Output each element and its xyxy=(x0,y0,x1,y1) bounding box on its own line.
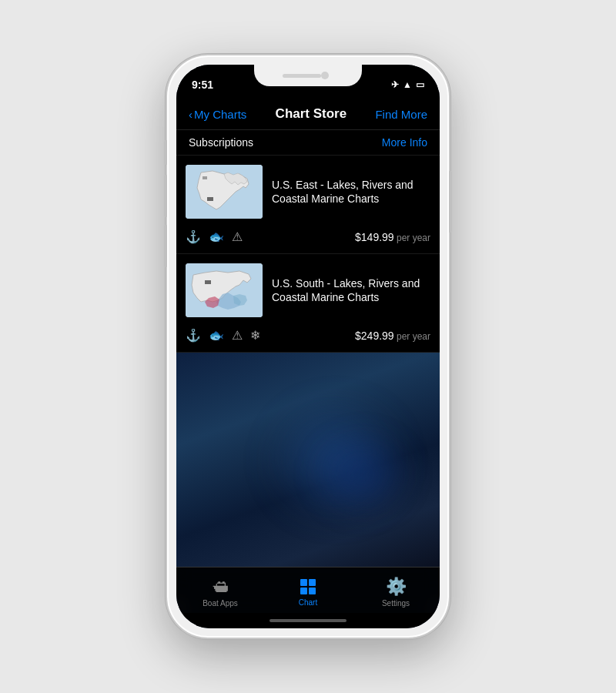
main-content xyxy=(176,353,440,567)
boat-apps-label: Boat Apps xyxy=(203,599,238,608)
more-info-button[interactable]: More Info xyxy=(382,136,427,149)
chart-thumbnail-us-south xyxy=(186,263,263,317)
bg-blob-2 xyxy=(309,428,417,521)
status-time: 9:51 xyxy=(192,79,213,91)
chart-tab-label: Chart xyxy=(299,598,317,607)
fish-icon: 🐟 xyxy=(209,229,224,244)
tab-chart[interactable]: Chart xyxy=(264,578,352,607)
camera xyxy=(321,72,329,79)
power-button xyxy=(449,171,452,233)
snowflake-icon: ❄ xyxy=(250,328,260,343)
svg-rect-7 xyxy=(300,588,307,594)
chart-info-us-east: U.S. East - Lakes, Rivers and Coastal Ma… xyxy=(272,165,430,219)
warning-icon-2: ⚠ xyxy=(232,328,243,343)
chart-name-us-east: U.S. East - Lakes, Rivers and Coastal Ma… xyxy=(272,178,430,206)
subscriptions-header: Subscriptions More Info xyxy=(176,130,440,156)
chart-name-us-south: U.S. South - Lakes, Rivers and Coastal M… xyxy=(272,276,430,304)
svg-rect-2 xyxy=(203,176,207,179)
volume-up-button xyxy=(164,175,167,217)
svg-rect-6 xyxy=(309,579,316,586)
fish-icon-2: 🐟 xyxy=(209,328,224,343)
chart-price-us-south: $249.99 per year xyxy=(355,329,430,343)
chart-thumbnail-us-east xyxy=(186,165,263,219)
tab-boat-apps[interactable]: 🛳 Boat Apps xyxy=(176,577,264,608)
subscriptions-label: Subscriptions xyxy=(189,136,253,149)
find-more-button[interactable]: Find More xyxy=(375,108,427,121)
warning-icon: ⚠ xyxy=(232,229,243,244)
price-value: $149.99 xyxy=(355,231,394,243)
svg-rect-5 xyxy=(300,579,307,586)
settings-label: Settings xyxy=(382,599,410,608)
chart-item-us-east[interactable]: U.S. East - Lakes, Rivers and Coastal Ma… xyxy=(176,156,440,254)
price-period: per year xyxy=(394,233,430,243)
chart-info-us-south: U.S. South - Lakes, Rivers and Coastal M… xyxy=(272,263,430,317)
screen: 9:51 ✈ ▲ ▭ ‹ My Charts Chart Store Find … xyxy=(176,65,440,628)
status-icons: ✈ ▲ ▭ xyxy=(391,79,424,90)
back-chevron-icon: ‹ xyxy=(189,108,192,121)
svg-rect-1 xyxy=(207,197,213,201)
settings-icon: ⚙️ xyxy=(386,577,407,597)
anchor-icon: ⚓ xyxy=(186,229,201,244)
phone-frame: 9:51 ✈ ▲ ▭ ‹ My Charts Chart Store Find … xyxy=(166,54,450,639)
boat-apps-icon: 🛳 xyxy=(212,577,229,597)
chart-price-us-east: $149.99 per year xyxy=(355,230,430,244)
back-label: My Charts xyxy=(194,108,246,121)
chart-icons-us-east: ⚓ 🐟 ⚠ xyxy=(186,229,243,244)
battery-icon: ▭ xyxy=(416,79,424,90)
svg-rect-8 xyxy=(309,588,316,594)
chart-icons-us-south: ⚓ 🐟 ⚠ ❄ xyxy=(186,328,260,343)
home-bar xyxy=(270,619,346,622)
back-button[interactable]: ‹ My Charts xyxy=(189,108,246,121)
price-period-2: per year xyxy=(394,331,430,342)
speaker xyxy=(283,74,321,78)
chart-item-us-south[interactable]: U.S. South - Lakes, Rivers and Coastal M… xyxy=(176,254,440,353)
page-title: Chart Store xyxy=(276,106,347,122)
chart-tab-icon xyxy=(299,578,317,596)
price-value-2: $249.99 xyxy=(355,330,394,342)
phone-notch xyxy=(254,65,362,86)
tab-settings[interactable]: ⚙️ Settings xyxy=(352,577,440,608)
chart-list: U.S. East - Lakes, Rivers and Coastal Ma… xyxy=(176,156,440,353)
svg-rect-4 xyxy=(205,280,211,284)
navigation-bar: ‹ My Charts Chart Store Find More xyxy=(176,99,440,130)
airplane-icon: ✈ xyxy=(391,79,399,90)
mute-button xyxy=(164,140,167,165)
anchor-icon-2: ⚓ xyxy=(186,328,201,343)
home-indicator xyxy=(176,613,440,628)
volume-down-button xyxy=(164,225,167,267)
wifi-icon: ▲ xyxy=(403,79,412,90)
tab-bar: 🛳 Boat Apps Chart ⚙️ Settings xyxy=(176,567,440,613)
